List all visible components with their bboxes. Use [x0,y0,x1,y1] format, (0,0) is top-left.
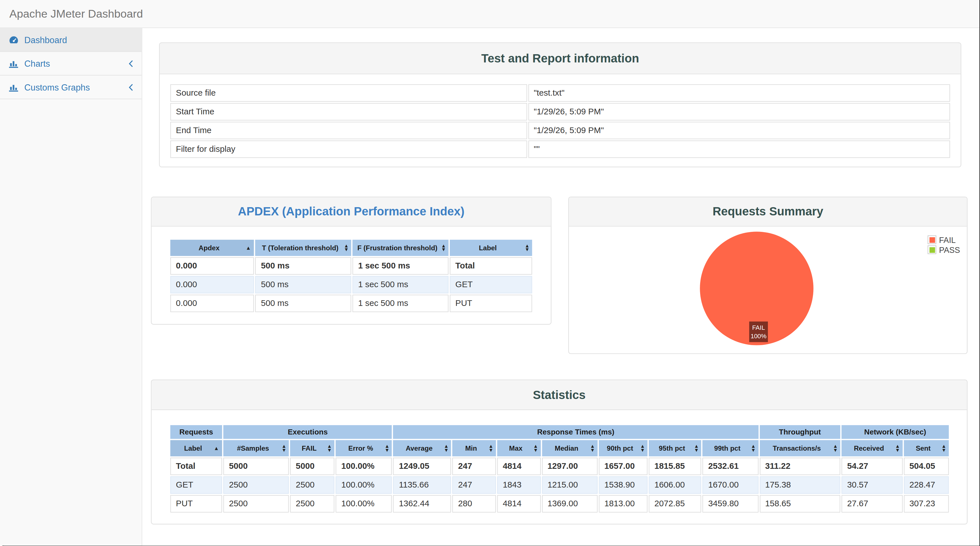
sort-icon: ▲▼ [344,244,349,251]
cell: 175.38 [759,476,840,494]
cell: 280 [453,495,496,512]
cell: 0.000 [170,257,254,275]
apdex-panel-title[interactable]: APDEX (Application Performance Index) [238,205,465,219]
column-header-apdex[interactable]: Apdex▲ [170,240,254,256]
requests-summary-title: Requests Summary [713,205,823,219]
cell: 2072.85 [649,495,701,512]
cell: Total [450,257,532,275]
sort-icon: ▲▼ [694,445,699,452]
column-header-row: Apdex▲T (Toleration threshold)▲▼F (Frust… [170,240,532,256]
table-row-get: GET25002500100.00%1135.6624718431215.001… [170,476,949,494]
sidebar-item-label: Dashboard [24,35,67,45]
cell: 1813.00 [598,495,648,512]
cell: 1843 [497,476,541,494]
cell: 307.23 [904,495,949,512]
sort-icon: ▲▼ [441,244,446,251]
browser-viewport: Apache JMeter Dashboard DashboardChartsC… [0,0,980,546]
info-row-end-time: End Time"1/29/26, 5:09 PM" [170,122,950,139]
column-header-error[interactable]: Error %▲▼ [336,440,392,456]
cell: 1215.00 [542,476,597,494]
table-row-put: PUT25002500100.00%1362.4428048141369.001… [170,495,949,512]
sort-icon: ▲▼ [751,445,756,452]
chart-legend: FAILPASS [928,235,960,255]
column-header-label[interactable]: Label▲▼ [450,240,532,256]
info-value: "test.txt" [528,84,950,102]
column-header-90th-pct[interactable]: 90th pct▲▼ [598,440,648,456]
cell: 500 ms [255,295,351,312]
cell: 0.000 [170,295,254,312]
bar-chart-icon [9,82,19,92]
statistics-panel-body: RequestsExecutionsResponse Times (ms)Thr… [152,410,967,514]
apdex-panel: APDEX (Application Performance Index) Ap… [151,197,551,325]
bar-chart-icon [9,59,19,68]
column-header-t-toleration-threshold[interactable]: T (Toleration threshold)▲▼ [255,240,351,256]
column-header-label: Average [406,444,433,452]
chevron-left-icon [128,59,134,67]
info-label: Source file [170,84,527,102]
cell: GET [450,276,532,294]
info-row-filter-for-display: Filter for display"" [170,140,950,158]
group-header-row: RequestsExecutionsResponse Times (ms)Thr… [170,425,949,439]
info-label: End Time [170,122,527,139]
cell: GET [170,476,222,494]
column-header-average[interactable]: Average▲▼ [393,440,451,456]
legend-swatch-fail [928,235,937,244]
column-header-median[interactable]: Median▲▼ [542,440,597,456]
group-header-response-times-ms: Response Times (ms) [393,425,758,439]
cell: 500 ms [255,276,351,294]
cell: 311.22 [759,458,840,475]
info-label: Start Time [170,103,527,121]
cell: 1369.00 [542,495,597,512]
cell: 1 sec 500 ms [352,257,448,275]
sidebar-item-dashboard[interactable]: Dashboard [0,28,142,52]
cell: 2532.61 [703,458,758,475]
cell: 228.47 [904,476,949,494]
sort-icon: ▲▼ [444,445,449,452]
column-header-f-frustration-threshold[interactable]: F (Frustration threshold)▲▼ [352,240,448,256]
column-header-transactions-s[interactable]: Transactions/s▲▼ [759,440,840,456]
column-header-label: 95th pct [659,444,685,452]
chevron-left-icon [128,83,134,91]
column-header-label: Error % [348,444,373,452]
group-header-requests: Requests [170,425,222,439]
cell: 5000 [223,458,289,475]
column-header-min[interactable]: Min▲▼ [453,440,496,456]
sidebar-item-label: Customs Graphs [24,82,90,92]
column-header-label[interactable]: Label▲ [170,440,222,456]
cell: 2500 [223,476,289,494]
cell: PUT [170,495,222,512]
app-header: Apache JMeter Dashboard [0,0,980,28]
column-header-label: Transactions/s [773,444,821,452]
column-header-samples[interactable]: #Samples▲▼ [223,440,289,456]
statistics-panel-heading: Statistics [152,380,967,410]
sort-asc-icon: ▲ [214,445,219,452]
cell: 1657.00 [598,458,648,475]
sidebar-item-charts[interactable]: Charts [0,52,142,76]
legend-label: PASS [939,245,960,254]
statistics-table: RequestsExecutionsResponse Times (ms)Thr… [169,424,950,514]
column-header-max[interactable]: Max▲▼ [497,440,541,456]
column-header-label: Max [509,444,522,452]
table-row-0-000: 0.000500 ms1 sec 500 msGET [170,276,532,294]
column-header-95th-pct[interactable]: 95th pct▲▼ [649,440,701,456]
column-header-received[interactable]: Received▲▼ [842,440,903,456]
cell: PUT [450,295,532,312]
column-header-99th-pct[interactable]: 99th pct▲▼ [703,440,758,456]
cell: 247 [453,476,496,494]
cell: 100.00% [336,495,392,512]
cell: 3459.80 [703,495,758,512]
cell: 0.000 [170,276,254,294]
cell: 158.65 [759,495,840,512]
column-header-label: Min [465,444,477,452]
cell: 1 sec 500 ms [352,276,448,294]
apdex-table: Apdex▲T (Toleration threshold)▲▼F (Frust… [169,238,533,313]
group-header-network-kb-sec: Network (KB/sec) [842,425,949,439]
cell: 4814 [497,495,541,512]
sidebar: DashboardChartsCustoms Graphs [0,28,142,546]
sidebar-item-customs-graphs[interactable]: Customs Graphs [0,75,142,99]
info-panel: Test and Report information Source file"… [159,43,961,168]
column-header-fail[interactable]: FAIL▲▼ [290,440,334,456]
cell: 2500 [290,476,334,494]
column-header-sent[interactable]: Sent▲▼ [904,440,949,456]
app-title: Apache JMeter Dashboard [10,7,143,20]
